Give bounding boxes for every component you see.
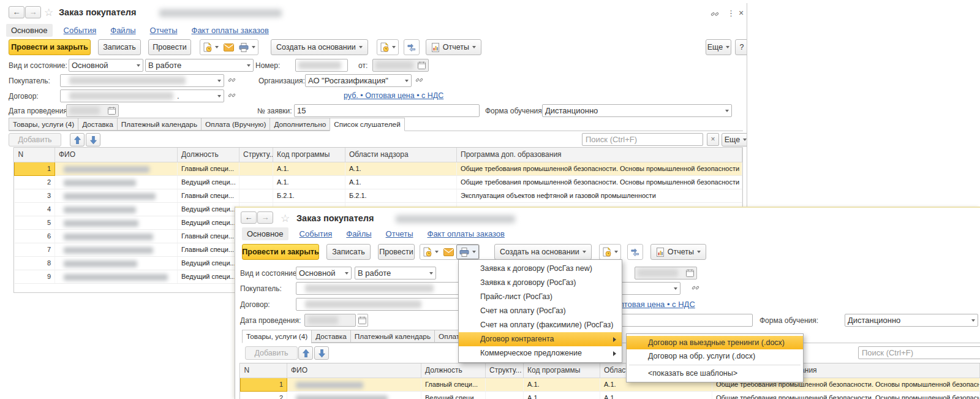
favorite-star-icon[interactable]: ☆ <box>281 213 290 224</box>
window-tab[interactable]: Факт оплаты заказов <box>189 24 272 37</box>
org-input[interactable]: АО "Росгазификация" <box>305 74 412 87</box>
conduct-date-cal[interactable] <box>357 314 368 327</box>
column-header[interactable]: Должность <box>178 148 239 162</box>
reports-button[interactable]: Отчеты <box>426 39 481 55</box>
menu-item[interactable]: Счет на оплату (РосГаз) <box>459 304 622 318</box>
number-input[interactable] <box>295 59 348 72</box>
save-button[interactable]: Записать <box>326 244 371 260</box>
table-row[interactable]: 3 Главный специ... Б.2.1. Б.2.1. Эксплуа… <box>15 189 742 202</box>
menu-item[interactable]: Договор на выездные тренинги (.docx) <box>627 336 803 349</box>
column-header[interactable]: N <box>241 363 287 378</box>
table-row[interactable]: 2 Ведущий специ... А.1. А.1. Общие требо… <box>15 175 742 189</box>
section-tab[interactable]: Товары, услуги (4) <box>242 330 311 343</box>
search-clear-button[interactable]: × <box>707 133 719 146</box>
state-combo[interactable]: В работе <box>145 59 254 72</box>
post-and-close-button[interactable]: Провести и закрыть <box>242 244 319 260</box>
section-tab[interactable]: Платежный календарь <box>350 330 434 343</box>
contract-input[interactable]: . <box>60 89 224 102</box>
menu-item[interactable]: Заявка к договору (РосГаз new) <box>459 262 622 276</box>
section-tab[interactable]: Доставка <box>78 118 117 131</box>
window-tab[interactable]: Факт оплаты заказов <box>424 227 508 240</box>
menu-item[interactable]: Заявка к договору (РосГаз) <box>459 276 622 290</box>
back-button[interactable]: ← <box>241 211 257 224</box>
create-based-on-button[interactable]: Создать на основании <box>271 39 368 55</box>
table-row[interactable]: 1 Главный специ... А.1. А.1. Общие требо… <box>241 378 980 391</box>
add-button[interactable]: Добавить <box>245 346 298 360</box>
create-based-on-button[interactable]: Создать на основании <box>494 244 592 260</box>
menu-item[interactable]: Счет на оплату (факсимиле) (РосГаз) <box>459 318 622 332</box>
section-tab[interactable]: Оплата (Вручную) <box>201 118 270 131</box>
doc-clock-button[interactable] <box>200 40 221 55</box>
buyer-link-icon[interactable] <box>692 284 699 292</box>
search-input[interactable]: Поиск (Ctrl+F) <box>858 346 980 359</box>
move-down-button[interactable] <box>314 346 329 360</box>
column-header[interactable]: ФИО <box>287 363 421 378</box>
move-up-button[interactable] <box>298 346 313 360</box>
forward-button[interactable]: → <box>257 211 273 224</box>
contract-link-icon[interactable] <box>228 91 236 99</box>
window-tab[interactable]: События <box>296 227 336 240</box>
edu-combo[interactable]: Дистанционно <box>542 104 732 117</box>
window-tab[interactable]: Отчеты <box>147 24 181 37</box>
menu-item[interactable]: Прайс-лист (РосГаз) <box>459 290 622 304</box>
table-more-button[interactable]: Еще <box>722 133 747 146</box>
org-link-icon[interactable] <box>415 76 423 84</box>
mail-button[interactable] <box>441 245 456 259</box>
move-down-button[interactable] <box>86 133 100 146</box>
print-button[interactable] <box>236 40 258 55</box>
table-header[interactable]: NФИОДолжностьСтрукту...Код программыОбла… <box>241 363 980 378</box>
save-button[interactable]: Записать <box>98 39 141 55</box>
section-tab[interactable]: Доставка <box>311 330 350 343</box>
window-tab[interactable]: Отчеты <box>383 227 417 240</box>
window-tab[interactable]: Файлы <box>343 227 374 240</box>
request-input[interactable]: 15 <box>294 104 480 117</box>
section-tab[interactable]: Список слушателей <box>330 118 404 131</box>
post-button[interactable]: Провести <box>148 39 191 55</box>
section-tab[interactable]: Платежный календарь <box>117 118 201 131</box>
section-tab[interactable]: Дополнительно <box>270 118 330 131</box>
column-header[interactable]: Код программы <box>273 148 345 162</box>
column-header[interactable]: Программа доп. образования <box>457 148 742 162</box>
window-tab[interactable]: События <box>61 24 100 37</box>
print-button[interactable] <box>456 245 479 259</box>
related-documents-button[interactable] <box>627 244 643 260</box>
column-header[interactable]: Области надзора <box>345 148 457 162</box>
window-tab[interactable]: Файлы <box>107 24 138 37</box>
table-header[interactable]: NФИОДолжностьСтрукту...Код программыОбла… <box>15 148 742 162</box>
table-row[interactable]: 1 Главный специ... А.1. А.1. Общие требо… <box>15 162 742 175</box>
date-from-input[interactable] <box>372 59 429 72</box>
date-from-input[interactable] <box>635 267 697 279</box>
column-header[interactable]: ФИО <box>55 148 178 162</box>
menu-item[interactable]: <показать все шаблоны> <box>627 367 803 380</box>
help-button[interactable]: ? <box>735 39 747 55</box>
state-combo[interactable]: В работе <box>355 267 436 279</box>
doc-clock-button-2[interactable] <box>599 244 621 260</box>
edu-combo[interactable]: Дистанционно <box>845 314 978 327</box>
menu-item[interactable]: Договор контрагента <box>459 332 622 346</box>
buyer-input[interactable] <box>60 74 224 87</box>
window-tab[interactable]: Основное <box>6 24 53 37</box>
price-type-link[interactable]: руб. • Оптовая цена • с НДС <box>344 91 443 100</box>
menu-item[interactable]: Коммерческое предложение <box>459 346 622 360</box>
kind-combo[interactable]: Основной <box>296 267 352 279</box>
post-and-close-button[interactable]: Провести и закрыть <box>9 39 91 55</box>
section-tab[interactable]: Товары, услуги (4) <box>9 118 78 131</box>
favorite-star-icon[interactable]: ☆ <box>44 7 53 18</box>
column-header[interactable]: Структу... <box>239 148 273 162</box>
column-header[interactable]: Структу... <box>486 363 524 378</box>
post-button[interactable]: Провести <box>378 244 415 260</box>
doc-clock-button-2[interactable] <box>377 39 399 55</box>
window-tab[interactable]: Основное <box>242 227 288 240</box>
reports-button[interactable]: Отчеты <box>650 244 706 260</box>
doc-clock-button[interactable] <box>420 245 441 259</box>
kebab-menu-icon[interactable]: ⋮ <box>727 9 735 18</box>
back-button[interactable]: ← <box>9 6 24 18</box>
menu-item[interactable]: Договор на обр. услуги (.docx) <box>627 349 803 363</box>
buyer-link-icon[interactable] <box>228 76 236 84</box>
column-header[interactable]: N <box>15 148 55 162</box>
get-link-icon[interactable] <box>710 10 719 18</box>
table-row[interactable]: 2 Ведущий специ... А.1. А.1. Общие требо… <box>241 391 980 399</box>
close-icon[interactable]: × <box>739 8 744 18</box>
column-header[interactable]: Код программы <box>524 363 600 378</box>
search-input[interactable]: Поиск (Ctrl+F) <box>582 133 703 146</box>
